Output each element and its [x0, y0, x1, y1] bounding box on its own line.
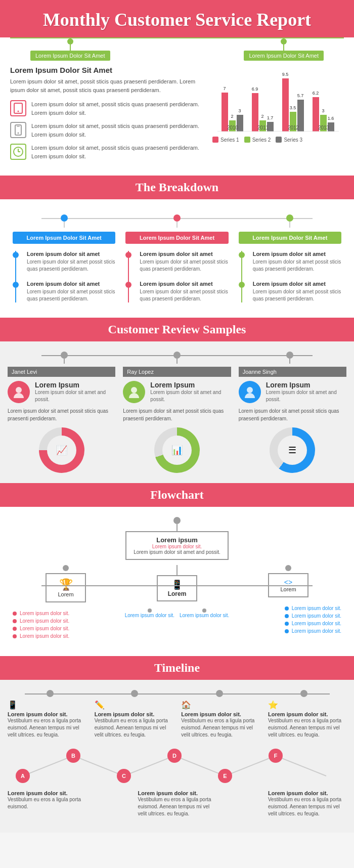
breakdown-item-2-1: Lorem ipsum dolor sit amet Lorem ipsum d…	[135, 251, 228, 273]
svg-text:F: F	[274, 753, 278, 759]
timeline-body: 📱 Lorem ipsum dolor sit. Vestibulum eu e…	[0, 680, 354, 833]
fc-left-item-4: Lorem ipsum dolor sit.	[13, 633, 69, 639]
icon-text-tablet: Lorem ipsum dolor sit amet, possit stici…	[31, 100, 202, 117]
icon-item-phone: Lorem ipsum dolor sit amet, possit stici…	[10, 122, 202, 139]
icon-text-phone: Lorem ipsum dolor sit amet, possit stici…	[31, 122, 202, 139]
page-title: Monthly Customer Service Report	[5, 9, 349, 30]
review-profile-ray: Lorem Ipsum Lorem ipsum dolor sit amet a…	[123, 381, 231, 403]
reviewer-name-janet: Janet Levi	[8, 367, 115, 377]
breakdown-title: The Breakdown	[5, 181, 349, 194]
donut-icon-joanne: ☰	[278, 436, 307, 465]
donut-janet: 📈	[8, 427, 115, 473]
flowchart-center-col: 📱 Lorem Lorem ipsum dolor sit. Lorem ips…	[124, 565, 230, 618]
bar-chart-svg: 7 2 3 2010 6.9 2 1.7 2011 9.5 3.5 5.7	[212, 66, 344, 132]
flowchart-left-dot	[13, 565, 119, 571]
svg-point-39	[247, 387, 253, 393]
donut-joanne: ☰	[239, 427, 346, 473]
breakdown-item-1-2: Lorem ipsum dolor sit amet Lorem ipsum d…	[22, 281, 115, 302]
review-col-janet: Janet Levi Lorem Ipsum Lorem ipsum dolor…	[8, 367, 115, 473]
overview-text: Lorem Ipsum Dolor Sit Amet Lorem ipsum d…	[10, 66, 202, 165]
legend-dot-series3	[276, 137, 282, 143]
timeline-title: Timeline	[5, 661, 349, 675]
svg-text:7: 7	[223, 86, 226, 91]
flowchart-top-dot	[8, 517, 346, 531]
legend-series2: Series 2	[244, 137, 271, 143]
flowchart-right: <> Lorem Lorem ipsum dolor sit. Lorem ip…	[230, 565, 346, 636]
avatar-ray	[123, 381, 145, 403]
svg-text:B: B	[71, 753, 75, 759]
bar-chart-container: 7 2 3 2010 6.9 2 1.7 2011 9.5 3.5 5.7	[212, 66, 344, 165]
svg-text:2013: 2013	[318, 125, 330, 131]
svg-text:D: D	[172, 753, 176, 759]
breakdown-col2-items: Lorem ipsum dolor sit amet Lorem ipsum d…	[125, 251, 228, 302]
fc-right-item-4: Lorem ipsum dolor sit.	[285, 628, 341, 634]
svg-text:5.7: 5.7	[297, 93, 304, 98]
fc-left-item-2: Lorem ipsum dolor sit.	[13, 618, 69, 624]
reviews-body: Janet Levi Lorem Ipsum Lorem ipsum dolor…	[0, 341, 354, 483]
timeline-bottom-entry-2: Lorem ipsum dolor sit. Vestibulum eu ero…	[138, 790, 216, 817]
timeline-top-entry-3: 🏠 Lorem ipsum dolor sit. Vestibulum eu e…	[181, 700, 259, 739]
flowchart-bottom-labels: Lorem ipsum dolor sit. Lorem ipsum dolor…	[125, 609, 230, 618]
breakdown-body: Lorem Ipsum Dolor Sit Amet Lorem ipsum d…	[0, 199, 354, 318]
breakdown-item-1-1: Lorem ipsum dolor sit amet Lorem ipsum d…	[22, 251, 115, 273]
fc-right-item-1: Lorem ipsum dolor sit.	[285, 605, 341, 611]
svg-text:1.6: 1.6	[328, 116, 334, 121]
breakdown-col3-items: Lorem ipsum dolor sit amet Lorem ipsum d…	[239, 251, 341, 302]
timeline-icon-1: 📱	[8, 700, 86, 710]
svg-text:2: 2	[231, 114, 233, 119]
svg-text:3.5: 3.5	[290, 105, 296, 110]
review-text-ray: Lorem ipsum dolor sit amet possit sticis…	[123, 407, 231, 422]
svg-text:9.5: 9.5	[282, 72, 289, 77]
flowchart-center-top: Lorem ipsum Lorem ipsum dolor sit. Lorem…	[8, 531, 346, 560]
donut-icon-janet: 📈	[47, 436, 76, 465]
svg-text:1.7: 1.7	[267, 115, 274, 120]
reviewer-name-joanne: Joanne Singh	[239, 367, 346, 377]
timeline-icon-4: ⭐	[268, 700, 346, 710]
review-profile-joanne: Lorem Ipsum Lorem ipsum dolor sit amet a…	[239, 381, 346, 403]
timeline-path-svg: A B C D E F	[8, 746, 341, 786]
flowchart-left: 🏆 Lorem Lorem ipsum dolor sit. Lorem ips…	[8, 565, 124, 641]
breakdown-dots	[8, 214, 346, 228]
review-info-janet: Lorem Ipsum Lorem ipsum dolor sit amet a…	[35, 381, 115, 403]
legend-series1: Series 1	[212, 137, 239, 143]
chart-legend: Series 1 Series 2 Series 3	[212, 137, 344, 143]
flowchart-left-list: Lorem ipsum dolor sit. Lorem ipsum dolor…	[13, 611, 69, 641]
clock-icon	[10, 144, 26, 160]
legend-dot-series2	[244, 137, 250, 143]
timeline-zigzag: A B C D E F	[8, 746, 346, 786]
avatar-joanne	[239, 381, 261, 403]
avatar-janet	[8, 381, 30, 403]
flowchart-body: Lorem ipsum Lorem ipsum dolor sit. Lorem…	[0, 507, 354, 656]
donut-icon-ray: 📊	[162, 436, 192, 465]
svg-rect-4	[17, 126, 20, 127]
breakdown-col2-title: Lorem Ipsum Dolor Sit Amet	[125, 232, 228, 244]
icon-item-clock: Lorem ipsum dolor sit amet, possit stici…	[10, 144, 202, 160]
breakdown-header: The Breakdown	[0, 176, 354, 199]
timeline-bottom-entry-1: Lorem ipsum dolor sit. Vestibulum eu ero…	[8, 790, 86, 817]
svg-text:2: 2	[261, 114, 263, 119]
svg-text:6.2: 6.2	[313, 91, 319, 96]
dot-olive	[286, 214, 293, 228]
svg-point-1	[18, 111, 19, 112]
trophy-icon: 🏆	[59, 578, 73, 591]
fc-right-item-2: Lorem ipsum dolor sit.	[285, 613, 341, 619]
dot-pink	[173, 214, 181, 228]
icon-text-clock: Lorem ipsum dolor sit amet, possit stici…	[31, 144, 202, 160]
review-col-joanne: Joanne Singh Lorem Ipsum Lorem ipsum dol…	[239, 367, 346, 473]
timeline-top-entry-4: ⭐ Lorem ipsum dolor sit. Vestibulum eu e…	[268, 700, 346, 739]
breakdown-col1-title: Lorem Ipsum Dolor Sit Amet	[13, 232, 115, 244]
review-text-joanne: Lorem ipsum dolor sit amet possit sticis…	[239, 407, 346, 422]
review-profile-janet: Lorem Ipsum Lorem ipsum dolor sit amet a…	[8, 381, 115, 403]
svg-rect-22	[282, 78, 289, 132]
timeline-top-entry-2: ✏️ Lorem ipsum dolor sit. Vestibulum eu …	[95, 700, 173, 739]
flowchart-main-row: 🏆 Lorem Lorem ipsum dolor sit. Lorem ips…	[8, 565, 346, 641]
breakdown-col-1: Lorem Ipsum Dolor Sit Amet Lorem ipsum d…	[8, 232, 120, 308]
legend-series3: Series 3	[276, 137, 302, 143]
flowchart-center-box: Lorem ipsum Lorem ipsum dolor sit. Lorem…	[125, 531, 229, 560]
donut-ray: 📊	[123, 427, 231, 473]
fc-right-item-3: Lorem ipsum dolor sit.	[285, 621, 341, 626]
icon-item-tablet: Lorem ipsum dolor sit amet, possit stici…	[10, 100, 202, 117]
reviewer-name-ray: Ray Lopez	[123, 367, 231, 377]
review-info-joanne: Lorem Ipsum Lorem ipsum dolor sit amet a…	[266, 381, 346, 403]
flowchart-right-dot	[235, 565, 341, 571]
